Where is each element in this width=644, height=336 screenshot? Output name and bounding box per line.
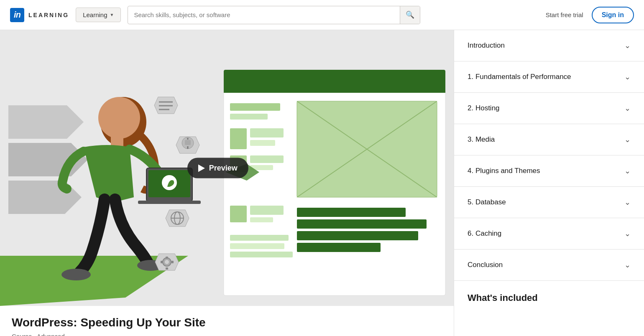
sidebar-item-label: Conclusion (468, 261, 503, 269)
svg-rect-36 (224, 84, 445, 93)
search-input[interactable] (128, 7, 400, 23)
search-button[interactable]: 🔍 (400, 6, 420, 24)
svg-rect-22 (185, 140, 191, 145)
sidebar-item-label: 2. Hosting (468, 104, 500, 112)
linkedin-icon: in (10, 8, 24, 22)
svg-rect-56 (230, 243, 284, 249)
search-icon: 🔍 (406, 10, 414, 19)
learning-brand-label: LEARNING (28, 12, 69, 18)
svg-rect-31 (166, 267, 168, 270)
course-title: WordPress: Speeding Up Your Site (12, 316, 442, 329)
sidebar-item-media[interactable]: 3. Media ⌄ (454, 124, 644, 155)
svg-rect-38 (230, 114, 268, 120)
chevron-down-icon: ⌄ (624, 41, 631, 50)
svg-rect-54 (297, 243, 381, 252)
header-actions: Start free trial Sign in (546, 7, 634, 23)
svg-rect-37 (230, 103, 280, 111)
hero-image: Preview (0, 30, 454, 306)
chevron-down-icon: ⌄ (624, 166, 631, 176)
sidebar-item-label: 3. Media (468, 135, 495, 144)
course-meta: Course · Advanced (12, 333, 442, 336)
svg-rect-40 (250, 128, 284, 137)
svg-rect-49 (250, 206, 284, 215)
svg-rect-53 (297, 231, 418, 240)
svg-point-29 (165, 260, 169, 264)
svg-rect-55 (230, 235, 289, 241)
svg-rect-32 (161, 261, 163, 263)
sidebar-item-hosting[interactable]: 2. Hosting ⌄ (454, 93, 644, 124)
chevron-down-icon: ⌄ (624, 260, 631, 270)
sidebar-item-conclusion[interactable]: Conclusion ⌄ (454, 249, 644, 280)
start-trial-link[interactable]: Start free trial (546, 11, 583, 18)
svg-rect-33 (171, 261, 174, 263)
svg-rect-41 (250, 140, 275, 146)
svg-rect-50 (250, 217, 273, 222)
sign-in-button[interactable]: Sign in (592, 7, 634, 23)
svg-rect-39 (230, 128, 247, 149)
svg-rect-57 (230, 252, 293, 257)
chevron-down-icon: ⌄ (624, 198, 631, 207)
whats-included-heading: What's included (454, 281, 644, 315)
svg-rect-51 (297, 208, 406, 217)
chevron-down-icon: ⌄ (624, 104, 631, 113)
right-sidebar: Introduction ⌄ 1. Fundamentals of Perfor… (454, 30, 644, 336)
sidebar-item-label: 1. Fundamentals of Performance (468, 73, 571, 81)
nav-dropdown-label: Learning (83, 11, 107, 18)
svg-point-12 (61, 269, 91, 280)
svg-rect-43 (250, 155, 284, 163)
svg-rect-52 (297, 219, 427, 229)
sidebar-item-caching[interactable]: 6. Caching ⌄ (454, 218, 644, 249)
sidebar-item-fundamentals[interactable]: 1. Fundamentals of Performance ⌄ (454, 61, 644, 93)
chevron-down-icon: ⌄ (624, 229, 631, 238)
sidebar-item-label: 6. Caching (468, 229, 501, 238)
course-info: WordPress: Speeding Up Your Site Course … (0, 306, 454, 336)
sidebar-item-label: Introduction (468, 41, 505, 50)
chevron-down-icon: ⌄ (624, 72, 631, 81)
left-content: Preview WordPress: Speeding Up Your Site… (0, 30, 454, 336)
svg-rect-48 (230, 206, 247, 222)
preview-label: Preview (209, 164, 238, 173)
learning-nav-dropdown[interactable]: Learning ▼ (76, 8, 121, 22)
play-icon (198, 164, 205, 172)
preview-button[interactable]: Preview (187, 158, 248, 178)
sidebar-item-plugins-themes[interactable]: 4. Plugins and Themes ⌄ (454, 155, 644, 187)
nav-dropdown-chevron-icon: ▼ (110, 13, 114, 17)
sidebar-item-label: 4. Plugins and Themes (468, 167, 540, 175)
svg-point-6 (98, 97, 140, 139)
linkedin-logo-link[interactable]: in LEARNING (10, 8, 69, 22)
sidebar-item-label: 5. Database (468, 198, 506, 206)
sidebar-toc: Introduction ⌄ 1. Fundamentals of Perfor… (454, 30, 644, 281)
sidebar-item-database[interactable]: 5. Database ⌄ (454, 187, 644, 218)
svg-rect-10 (138, 201, 201, 204)
svg-rect-30 (166, 257, 168, 259)
main-layout: Preview WordPress: Speeding Up Your Site… (0, 30, 644, 336)
header: in LEARNING Learning ▼ 🔍 Start free tria… (0, 0, 644, 30)
sidebar-item-introduction[interactable]: Introduction ⌄ (454, 30, 644, 61)
search-bar: 🔍 (128, 6, 420, 24)
chevron-down-icon: ⌄ (624, 135, 631, 144)
